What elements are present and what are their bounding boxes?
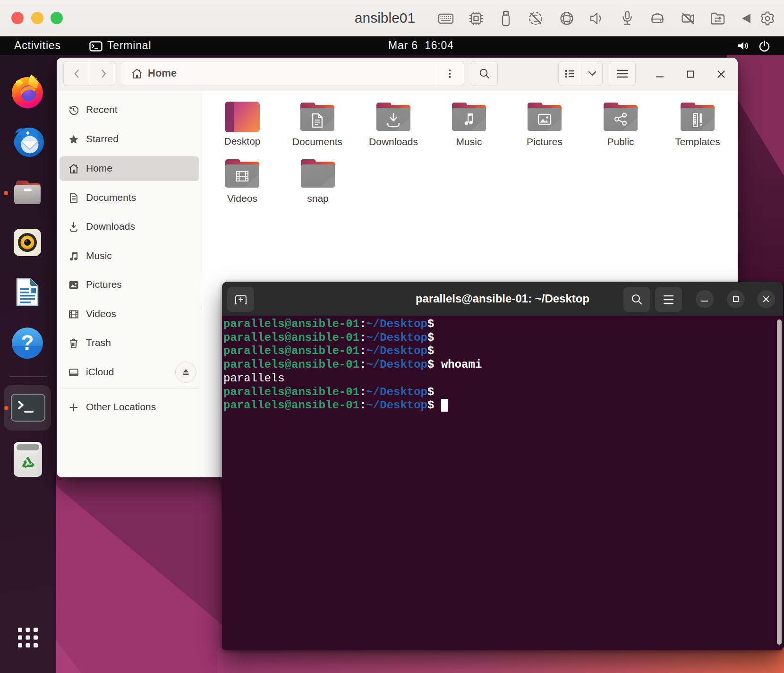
svg-text:?: ? (21, 331, 34, 354)
